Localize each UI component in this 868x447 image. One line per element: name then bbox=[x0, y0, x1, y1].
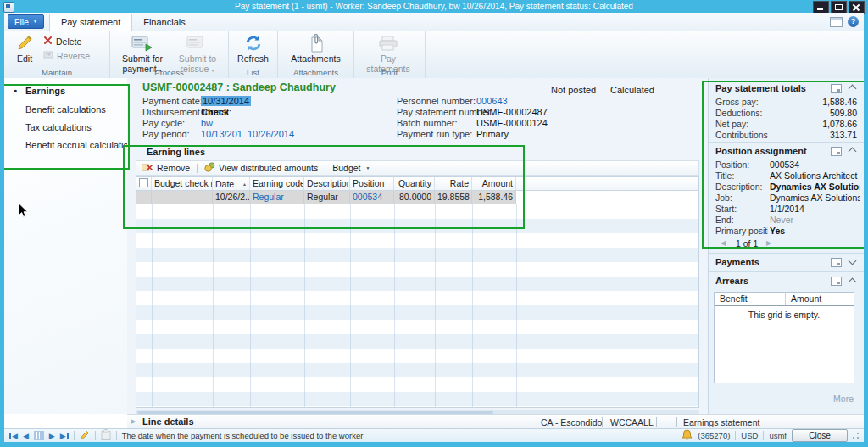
col-position[interactable]: Position bbox=[350, 177, 394, 190]
file-menu-button[interactable]: File ▼ bbox=[8, 14, 44, 29]
sidebar-item-earnings[interactable]: Earnings bbox=[25, 86, 65, 96]
posting-status: Not posted bbox=[551, 85, 596, 95]
row-checkbox[interactable] bbox=[136, 191, 152, 204]
reverse-button[interactable]: Reverse bbox=[43, 49, 90, 62]
cell-position-link[interactable]: 000534 bbox=[350, 191, 394, 204]
end-label: End: bbox=[715, 215, 768, 225]
earning-lines-grid: Budget check results Date ▲ Earning code… bbox=[136, 176, 699, 408]
earning-line-row[interactable]: 10/26/2... Regular Regular 000534 80.000… bbox=[136, 191, 698, 204]
tab-financials[interactable]: Financials bbox=[132, 14, 197, 31]
title-link[interactable]: AX Solutions Architect bbox=[770, 170, 860, 181]
last-record-icon: ▶ bbox=[60, 432, 66, 440]
more-link[interactable]: More bbox=[833, 394, 854, 404]
disbursement-format-field[interactable]: Check bbox=[201, 107, 229, 117]
sidebar-item-benefit-accrual-calculations[interactable]: Benefit accrual calculations bbox=[25, 140, 138, 150]
window-layout-icon[interactable] bbox=[830, 17, 843, 27]
flyout-menu-icon[interactable] bbox=[831, 277, 842, 286]
col-rate[interactable]: Rate bbox=[435, 177, 472, 190]
earning-lines-toolbar: Remove View distributed amounts Budget ▼ bbox=[136, 160, 699, 176]
col-earning-code[interactable]: Earning code bbox=[250, 177, 304, 190]
flyout-menu-icon[interactable] bbox=[831, 147, 842, 156]
col-date[interactable]: Date ▲ bbox=[213, 177, 250, 190]
next-record-button[interactable]: ▶ bbox=[49, 432, 55, 440]
personnel-number-link[interactable]: 000643 bbox=[476, 96, 508, 106]
expand-chevron-icon[interactable] bbox=[849, 257, 857, 265]
arrears-col-benefit[interactable]: Benefit bbox=[715, 293, 786, 305]
payment-date-field[interactable]: 10/31/2014 bbox=[201, 96, 251, 106]
view-distributed-amounts-button[interactable]: View distributed amounts bbox=[204, 162, 318, 174]
cell-budget-check bbox=[152, 191, 213, 204]
cell-quantity: 80.0000 bbox=[394, 191, 435, 204]
attachments-button[interactable]: Attachments bbox=[284, 33, 348, 64]
group-label-attachments: Attachments bbox=[278, 68, 353, 77]
arrears-grid: Benefit Amount This grid is empty. bbox=[714, 292, 854, 383]
tab-pay-statement[interactable]: Pay statement bbox=[49, 14, 132, 31]
line-details-toggle[interactable]: Line details bbox=[142, 416, 194, 427]
totals-section-header[interactable]: Pay statement totals bbox=[715, 83, 806, 93]
notifications-bell-icon[interactable] bbox=[682, 429, 693, 442]
minimize-icon bbox=[817, 8, 823, 10]
net-pay-label: Net pay: bbox=[715, 119, 768, 129]
col-description[interactable]: Description bbox=[304, 177, 350, 190]
ribbon-group-maintain: Edit Delete Reverse Maintain bbox=[4, 31, 110, 78]
pay-period-from-link[interactable]: 10/13/2014 bbox=[201, 129, 241, 139]
company-indicator[interactable]: usmf bbox=[769, 431, 787, 440]
maximize-button[interactable] bbox=[831, 1, 847, 14]
close-form-button[interactable]: Close bbox=[792, 429, 848, 442]
cell-earning-code-link[interactable]: Regular bbox=[250, 191, 304, 204]
segment-statement-type: Earnings statement bbox=[683, 417, 760, 427]
close-window-button[interactable] bbox=[849, 1, 865, 14]
flyout-menu-icon[interactable] bbox=[831, 84, 842, 93]
budget-menu-button[interactable]: Budget ▼ bbox=[332, 163, 370, 173]
collapse-chevron-icon[interactable] bbox=[849, 148, 857, 156]
sidebar-item-benefit-calculations[interactable]: Benefit calculations bbox=[25, 104, 106, 115]
previous-record-button[interactable]: ◀ bbox=[23, 432, 29, 440]
grid-view-icon[interactable] bbox=[34, 431, 44, 440]
arrears-col-amount[interactable]: Amount bbox=[786, 293, 826, 305]
file-menu-label: File bbox=[14, 17, 29, 27]
currency-indicator[interactable]: USD bbox=[741, 431, 758, 440]
collapse-chevron-icon[interactable] bbox=[849, 278, 857, 287]
pager-next-icon[interactable]: ▶ bbox=[766, 239, 771, 247]
resize-grip[interactable] bbox=[853, 433, 859, 439]
start-value: 1/1/2014 bbox=[770, 204, 860, 214]
edit-mode-pencil-icon[interactable] bbox=[80, 430, 90, 442]
delete-button[interactable]: Delete bbox=[43, 35, 90, 47]
job-link[interactable]: Dynamics AX Solutions Arc bbox=[770, 193, 860, 203]
position-link[interactable]: 000534 bbox=[770, 159, 860, 170]
empty-grid-message: This grid is empty. bbox=[715, 310, 854, 320]
col-budget-check-results[interactable]: Budget check results bbox=[152, 177, 213, 190]
help-icon[interactable]: ? bbox=[848, 16, 859, 27]
ribbon: Edit Delete Reverse Maintain bbox=[4, 31, 864, 79]
position-assignment-section-header[interactable]: Position assignment bbox=[715, 146, 807, 156]
remove-line-button[interactable]: Remove bbox=[142, 163, 190, 174]
notifications-count[interactable]: (365270) bbox=[698, 431, 730, 440]
flyout-menu-icon[interactable] bbox=[831, 258, 842, 267]
arrears-section-header[interactable]: Arrears bbox=[715, 276, 748, 286]
select-all-checkbox[interactable] bbox=[136, 177, 152, 190]
cell-description: Regular bbox=[304, 191, 350, 204]
record-title: USMF-00002487 : Sandeep Chaudhury bbox=[142, 81, 336, 93]
next-record-icon: ▶ bbox=[49, 432, 55, 440]
payments-section-header[interactable]: Payments bbox=[715, 257, 760, 267]
collapse-chevron-icon[interactable] bbox=[849, 85, 857, 93]
pager-text: 1 of 1 bbox=[736, 238, 758, 249]
cell-date: 10/26/2... bbox=[213, 191, 250, 204]
pay-cycle-link[interactable]: bw bbox=[201, 118, 213, 128]
attachments-icon bbox=[309, 33, 324, 53]
pay-period-to-link[interactable]: 10/26/2014 bbox=[248, 129, 294, 139]
first-record-button[interactable]: ◀ bbox=[9, 432, 18, 440]
pager-previous-icon[interactable]: ◀ bbox=[721, 239, 726, 247]
col-amount[interactable]: Amount bbox=[472, 177, 516, 190]
batch-number-field: USMF-00000124 bbox=[476, 118, 548, 128]
edit-button[interactable]: Edit bbox=[10, 33, 39, 64]
pay-statement-number-field: USMF-00002487 bbox=[476, 107, 548, 117]
status-help-text: The date when the payment is scheduled t… bbox=[122, 431, 364, 440]
refresh-button[interactable]: Refresh bbox=[235, 33, 271, 64]
last-record-button[interactable]: ▶ bbox=[60, 432, 69, 440]
col-quantity[interactable]: Quantity bbox=[394, 177, 435, 190]
minimize-button[interactable] bbox=[813, 1, 829, 14]
chevron-down-icon: ▼ bbox=[33, 20, 37, 24]
clipboard-icon[interactable] bbox=[101, 429, 111, 442]
sidebar-item-tax-calculations[interactable]: Tax calculations bbox=[25, 122, 92, 132]
